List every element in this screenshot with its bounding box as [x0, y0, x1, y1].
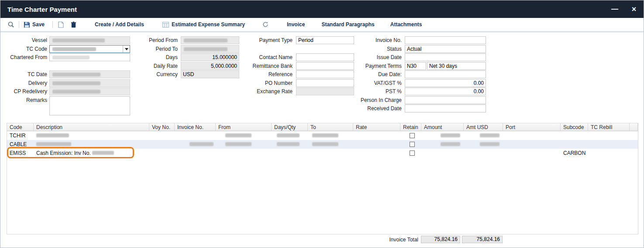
pst-field[interactable]: 0.00 [405, 87, 486, 95]
cell-tc-rebill [588, 131, 630, 140]
cell-retain [400, 149, 421, 157]
save-label: Save [32, 21, 45, 28]
standard-paragraphs-button[interactable]: Standard Paragraphs [321, 21, 374, 28]
invoice-no-field[interactable] [405, 36, 486, 44]
period-from-field [181, 36, 239, 44]
cell-subcode [561, 140, 588, 149]
delete-icon[interactable] [71, 21, 76, 28]
column-header-days-qty[interactable]: Days/Qty [272, 123, 308, 131]
cell-retain [400, 140, 421, 149]
cell-invoice-no [175, 131, 216, 140]
contact-name-label: Contact Name [243, 54, 293, 60]
cell-filler [630, 131, 638, 140]
title-bar: Time Charter Payment — × [0, 0, 644, 18]
payment-terms-code-field[interactable]: N30 [405, 62, 426, 70]
column-header-voy-no[interactable]: Voy No. [149, 123, 175, 131]
period-to-field [181, 45, 239, 53]
save-button[interactable]: Save [24, 21, 45, 28]
create-add-details-button[interactable]: Create / Add Details [95, 21, 144, 28]
table-row[interactable]: EMISS Cash Emission: Inv No. CARBON [7, 149, 638, 157]
table-row[interactable]: TCHIR [7, 131, 638, 140]
received-date-label: Received Date [344, 105, 402, 112]
payment-terms-description-field[interactable]: Net 30 days [427, 62, 486, 70]
column-header-from[interactable]: From [216, 123, 272, 131]
redacted-text [225, 133, 251, 137]
retain-checkbox[interactable] [410, 150, 415, 156]
line-items-grid: Code Description Voy No. Invoice No. Fro… [7, 123, 638, 234]
column-header-code[interactable]: Code [7, 123, 34, 131]
chartered-from-field[interactable] [49, 53, 130, 61]
cell-from [216, 140, 272, 149]
retain-checkbox[interactable] [410, 142, 415, 147]
column-header-to[interactable]: To [308, 123, 353, 131]
attachments-button[interactable]: Attachments [390, 21, 422, 28]
window-controls: — × [605, 0, 644, 18]
column-header-amt-usd[interactable]: Amt USD [464, 123, 503, 131]
person-in-charge-field[interactable] [405, 96, 486, 104]
toolbar-separator [52, 21, 53, 28]
invoice-total-label: Invoice Total [369, 237, 418, 243]
invoice-button[interactable]: Invoice [287, 21, 305, 28]
remarks-field[interactable] [49, 96, 130, 115]
tc-date-field [49, 70, 130, 78]
tc-code-dropdown[interactable] [49, 45, 130, 53]
po-number-label: PO Number [243, 80, 293, 86]
cell-retain [400, 131, 421, 140]
column-header-description[interactable]: Description [34, 123, 149, 131]
estimated-expense-summary-button[interactable]: Estimated Expense Summary [162, 21, 245, 28]
cell-filler [630, 140, 638, 149]
cell-amt-usd [464, 149, 503, 157]
received-date-field[interactable] [405, 105, 486, 112]
column-header-tc-rebill[interactable]: TC Rebill [588, 123, 630, 131]
currency-field: USD [181, 70, 239, 78]
redacted-text [92, 151, 114, 155]
daily-rate-field: 5,000.0000 [181, 62, 239, 70]
vat-gst-field[interactable]: 0.00 [405, 79, 486, 87]
create-add-details-label: Create / Add Details [95, 21, 144, 28]
column-header-rate[interactable]: Rate [353, 123, 400, 131]
days-field: 15.000000 [181, 53, 239, 61]
redacted-text [52, 47, 96, 51]
table-row[interactable]: CABLE [7, 140, 638, 149]
status-label: Status [344, 46, 402, 52]
cell-from [216, 149, 272, 157]
cell-amount [421, 149, 464, 157]
column-header-retain[interactable]: Retain [400, 123, 421, 131]
redacted-text [36, 142, 71, 146]
remarks-label: Remarks [4, 97, 47, 103]
cell-voy-no [149, 140, 175, 149]
retain-checkbox[interactable] [410, 133, 415, 138]
cell-rate [353, 140, 400, 149]
copy-icon[interactable] [58, 21, 64, 28]
period-from-label: Period From [140, 37, 178, 43]
tc-date-label: TC Date [4, 71, 47, 77]
cell-filler [630, 149, 638, 157]
column-header-invoice-no[interactable]: Invoice No. [175, 123, 216, 131]
search-icon[interactable] [7, 21, 14, 28]
minimize-icon[interactable]: — [605, 0, 624, 18]
cell-amt-usd [464, 131, 503, 140]
cell-rate [353, 131, 400, 140]
estimated-expense-summary-label: Estimated Expense Summary [172, 21, 245, 28]
column-header-subcode[interactable]: Subcode [561, 123, 588, 131]
column-header-filler [630, 123, 638, 131]
chevron-down-icon[interactable] [123, 45, 130, 52]
redacted-text [441, 142, 460, 146]
status-field: Actual [405, 45, 486, 53]
invoice-no-label: Invoice No. [344, 37, 402, 43]
toolbar-separator [19, 21, 19, 28]
chartered-from-label: Chartered From [4, 54, 47, 60]
redacted-text [312, 142, 338, 146]
cell-tc-rebill [588, 149, 630, 157]
column-header-port[interactable]: Port [503, 123, 561, 131]
column-header-amount[interactable]: Amount [421, 123, 464, 131]
days-label: Days [140, 54, 178, 60]
redacted-text [52, 73, 100, 77]
refresh-icon[interactable] [262, 21, 269, 28]
redacted-text [52, 56, 90, 59]
close-icon[interactable]: × [624, 0, 644, 18]
exchange-rate-label: Exchange Rate [243, 88, 293, 94]
cell-code: CABLE [7, 140, 34, 149]
issue-date-field[interactable] [405, 53, 486, 61]
cell-description [34, 140, 149, 149]
